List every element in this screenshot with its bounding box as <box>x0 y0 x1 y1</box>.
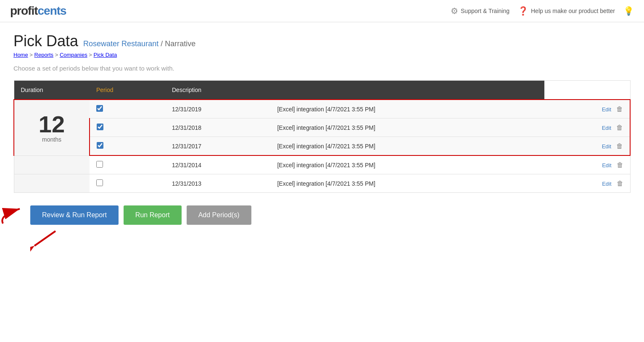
breadcrumb-sep3: > <box>89 52 93 58</box>
subtitle-company[interactable]: Rosewater Restaurant <box>83 39 158 48</box>
review-run-button[interactable]: Review & Run Report <box>30 205 119 225</box>
breadcrumb-companies[interactable]: Companies <box>60 52 87 58</box>
edit-link-4[interactable]: Edit <box>602 162 611 168</box>
checkbox-cell-4[interactable] <box>90 155 165 174</box>
description-cell-2: [Excel] integration [4/7/2021 3:55 PM] <box>270 118 544 137</box>
checkbox-cell-5[interactable] <box>90 174 165 193</box>
support-training[interactable]: ⚙ Support & Training <box>451 6 509 16</box>
action-cell-5: Edit 🗑 <box>544 174 630 193</box>
duration-cell-empty <box>14 155 90 174</box>
table-row: 12 months 12/31/2019 [Excel] integration… <box>14 100 630 118</box>
arrow-svg <box>0 205 32 226</box>
run-report-button[interactable]: Run Report <box>124 205 182 225</box>
row-checkbox-4[interactable] <box>96 161 103 168</box>
col-header-period: Period <box>90 81 165 100</box>
breadcrumb: Home > Reports > Companies > Pick Data <box>13 52 631 58</box>
breadcrumb-pickdata[interactable]: Pick Data <box>94 52 117 58</box>
period-cell-3: 12/31/2017 <box>165 137 270 156</box>
edit-link-3[interactable]: Edit <box>602 143 611 150</box>
bulb-icon[interactable]: 💡 <box>623 6 634 16</box>
description-cell-4: [Excel] integration [4/7/2021 3:55 PM] <box>270 155 544 174</box>
edit-link-5[interactable]: Edit <box>602 181 611 187</box>
subtitle-section: Narrative <box>165 39 195 48</box>
checkbox-cell-3[interactable] <box>90 137 165 156</box>
arrow-container: Review & Run Report <box>30 205 119 225</box>
row-checkbox-2[interactable] <box>97 124 103 130</box>
description-cell-5: [Excel] integration [4/7/2021 3:55 PM] <box>270 174 544 193</box>
page-title: Pick Data <box>13 32 78 50</box>
help-product[interactable]: ❓ Help us make our product better <box>518 6 615 16</box>
data-table: Duration Period Description 12 months <box>13 80 631 193</box>
arrow-below <box>13 229 631 255</box>
breadcrumb-reports[interactable]: Reports <box>34 52 54 58</box>
logo: profitcents <box>10 4 66 18</box>
subtitle-separator: / <box>158 39 165 48</box>
add-period-button[interactable]: Add Period(s) <box>187 205 251 225</box>
page-subtitle: Rosewater Restaurant / Narrative <box>83 39 195 48</box>
col-header-duration: Duration <box>14 81 90 100</box>
duration-cell: 12 months <box>14 100 90 155</box>
support-label: Support & Training <box>461 8 509 14</box>
table-row: 12/31/2017 [Excel] integration [4/7/2021… <box>14 137 630 156</box>
logo-cents: cents <box>38 4 66 18</box>
svg-line-2 <box>34 231 55 246</box>
edit-link-2[interactable]: Edit <box>602 125 611 131</box>
col-header-description: Description <box>165 81 270 100</box>
header: profitcents ⚙ Support & Training ❓ Help … <box>0 0 644 22</box>
page-title-row: Pick Data Rosewater Restaurant / Narrati… <box>13 32 631 50</box>
delete-icon-5[interactable]: 🗑 <box>617 180 623 187</box>
arrow-below-svg <box>30 229 64 254</box>
row-checkbox-5[interactable] <box>96 179 103 186</box>
row-checkbox-1[interactable] <box>96 105 103 112</box>
table-header: Duration Period Description <box>14 81 630 100</box>
duration-cell-empty2 <box>14 174 90 193</box>
period-cell-4: 12/31/2014 <box>165 155 270 174</box>
action-cell-3: Edit 🗑 <box>544 137 630 156</box>
col-header-actions <box>270 81 544 100</box>
row-checkbox-3[interactable] <box>97 142 103 149</box>
gear-icon: ⚙ <box>451 6 458 16</box>
checkbox-cell[interactable] <box>90 100 165 118</box>
action-cell-4: Edit 🗑 <box>544 155 630 174</box>
table-row: 12/31/2014 [Excel] integration [4/7/2021… <box>14 155 630 174</box>
action-cell-1: Edit 🗑 <box>544 100 630 118</box>
period-cell-1: 12/31/2019 <box>165 100 270 118</box>
header-right: ⚙ Support & Training ❓ Help us make our … <box>451 6 634 16</box>
breadcrumb-home[interactable]: Home <box>13 52 28 58</box>
period-cell-2: 12/31/2018 <box>165 118 270 137</box>
action-cell-2: Edit 🗑 <box>544 118 630 137</box>
period-cell-5: 12/31/2013 <box>165 174 270 193</box>
duration-number: 12 <box>21 113 82 136</box>
table-body: 12 months 12/31/2019 [Excel] integration… <box>14 100 630 193</box>
delete-icon-1[interactable]: 🗑 <box>616 105 623 113</box>
description-cell-1: [Excel] integration [4/7/2021 3:55 PM] <box>270 100 544 118</box>
delete-icon-4[interactable]: 🗑 <box>617 161 623 168</box>
main-content: Pick Data Rosewater Restaurant / Narrati… <box>0 22 644 266</box>
duration-unit: months <box>21 136 82 143</box>
description-cell-3: [Excel] integration [4/7/2021 3:55 PM] <box>270 137 544 156</box>
page-description: Choose a set of periods below that you w… <box>13 65 631 72</box>
delete-icon-2[interactable]: 🗑 <box>616 124 623 131</box>
table-row: 12/31/2018 [Excel] integration [4/7/2021… <box>14 118 630 137</box>
edit-link-1[interactable]: Edit <box>602 106 611 113</box>
delete-icon-3[interactable]: 🗑 <box>616 142 623 150</box>
checkbox-cell-2[interactable] <box>90 118 165 137</box>
breadcrumb-sep2: > <box>55 52 60 58</box>
question-icon: ❓ <box>518 6 528 16</box>
logo-profit: profit <box>10 4 38 18</box>
table-row: 12/31/2013 [Excel] integration [4/7/2021… <box>14 174 630 193</box>
breadcrumb-sep1: > <box>29 52 34 58</box>
header-row: Duration Period Description <box>14 81 630 100</box>
help-label: Help us make our product better <box>531 8 615 14</box>
app-container: profitcents ⚙ Support & Training ❓ Help … <box>0 0 644 266</box>
button-row: Review & Run Report Run Report Add Perio… <box>13 205 631 225</box>
